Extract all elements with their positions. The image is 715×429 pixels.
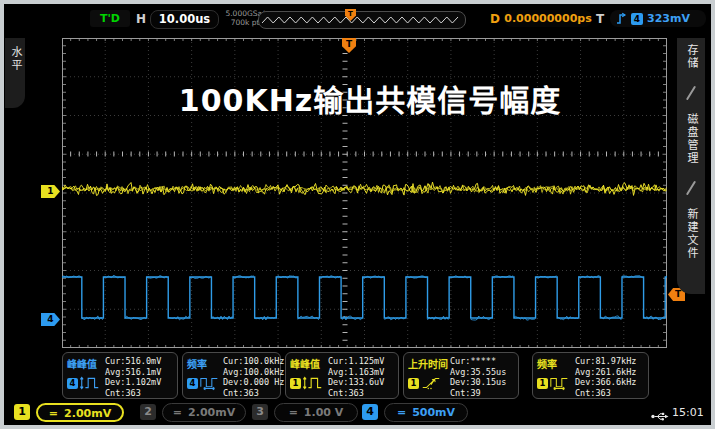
measurement-dev: Dev:1.102mV bbox=[105, 377, 175, 388]
trigger-settings-readout[interactable]: 4 323mV bbox=[610, 10, 706, 27]
horizontal-position-bar[interactable] bbox=[258, 11, 466, 29]
ch4-coupling: = bbox=[397, 406, 406, 419]
trigger-status-badge: T'D bbox=[90, 10, 130, 27]
vpp-glyph-icon bbox=[302, 375, 324, 391]
clock: 15:01 bbox=[672, 406, 704, 419]
menu-item-storage[interactable]: 存储 bbox=[683, 38, 699, 79]
trigger-level-value: 323mV bbox=[647, 12, 690, 25]
channel-badge: 4 bbox=[187, 378, 198, 389]
softkey-menu: 存储 磁盘管理 新建文件 bbox=[677, 38, 705, 294]
trigger-label: T bbox=[596, 12, 604, 26]
measurement-cur: Cur:81.97kHz bbox=[575, 356, 646, 367]
channel-badge: 1 bbox=[537, 378, 548, 389]
tab-horizontal-menu[interactable]: 水平 bbox=[5, 38, 25, 108]
usb-icon bbox=[651, 407, 669, 425]
ch3-scale-pill[interactable]: =1.00 V bbox=[274, 403, 358, 422]
ch1-ground-marker[interactable]: 1 bbox=[41, 185, 60, 198]
measurement-dev: Dev:0.000 Hz bbox=[223, 377, 284, 388]
menu-item-new-file[interactable]: 新建文件 bbox=[683, 202, 699, 269]
channel-badge: 4 bbox=[67, 378, 78, 389]
timebase-readout[interactable]: 10.00us bbox=[150, 10, 219, 29]
frequency-glyph-icon bbox=[549, 375, 571, 391]
measurement-cur: Cur:100.0kHz bbox=[223, 356, 284, 367]
measurement-label: 峰峰值 bbox=[67, 356, 97, 371]
menu-item-disk-management[interactable]: 磁盘管理 bbox=[683, 107, 699, 174]
ch4-badge[interactable]: 4 bbox=[362, 404, 378, 420]
delay-label: D bbox=[490, 12, 500, 26]
frequency-glyph-icon bbox=[199, 375, 221, 391]
menu-item-disk-management-label: 磁盘管理 bbox=[683, 113, 699, 165]
ch4-scale-pill[interactable]: =500mV bbox=[384, 403, 468, 422]
measurement-cur: Cur:516.0mV bbox=[105, 356, 175, 367]
measurement-label: 上升时间 bbox=[408, 356, 448, 371]
tab-horizontal-label: 水平 bbox=[7, 46, 23, 108]
ch1-scale: 2.00mV bbox=[64, 407, 111, 420]
vpp-glyph-icon bbox=[79, 375, 101, 391]
channel-badge: 1 bbox=[290, 378, 301, 389]
waveform-preview-icon bbox=[262, 15, 460, 25]
measurement-box-freq-ch4[interactable]: 频率 4 Cur:100.0kHz Avg:100.0kHz Dev:0.000… bbox=[182, 352, 281, 399]
channel-badge: 1 bbox=[408, 378, 419, 389]
measurement-label: 峰峰值 bbox=[290, 356, 320, 371]
oscilloscope-screen: T'D H 10.00us 5.000GSa/s 700k pts T D 0.… bbox=[4, 4, 711, 425]
measurement-label: 频率 bbox=[537, 356, 557, 371]
ch4-scale: 500mV bbox=[412, 406, 455, 419]
measurement-dev: Dev:30.15us bbox=[450, 377, 516, 388]
ch2-scale: 2.00mV bbox=[188, 406, 235, 419]
measurement-cnt: Cnt:363 bbox=[575, 388, 646, 399]
measurement-avg: Avg:261.6kHz bbox=[575, 367, 646, 378]
measurement-dev: Dev:366.6kHz bbox=[575, 377, 646, 388]
measurement-avg: Avg:516.1mV bbox=[105, 367, 175, 378]
menu-item-new-file-label: 新建文件 bbox=[683, 208, 699, 260]
measurement-label: 频率 bbox=[187, 356, 207, 371]
ch4-ground-marker[interactable]: 4 bbox=[41, 313, 60, 326]
measurement-cnt: Cnt:363 bbox=[105, 388, 175, 399]
delay-readout[interactable]: 0.00000000ps bbox=[504, 10, 592, 27]
measurement-avg: Avg:1.163mV bbox=[328, 367, 396, 378]
measurement-dev: Dev:133.6uV bbox=[328, 377, 396, 388]
ch2-badge[interactable]: 2 bbox=[140, 404, 156, 420]
measurement-cnt: Cnt:363 bbox=[328, 388, 396, 399]
rise-time-glyph-icon bbox=[420, 375, 442, 391]
horizontal-label: H bbox=[136, 12, 146, 26]
oscilloscope-frame: T'D H 10.00us 5.000GSa/s 700k pts T D 0.… bbox=[0, 0, 715, 429]
screen-annotation: 100KHz输出共模信号幅度 bbox=[154, 76, 586, 120]
measurement-cur: Cur:***** bbox=[450, 356, 516, 367]
menu-item-storage-label: 存储 bbox=[683, 44, 699, 70]
ch3-badge[interactable]: 3 bbox=[252, 404, 268, 420]
measurement-box-risetime-ch1[interactable]: 上升时间 1 Cur:***** Avg:35.55us Dev:30.15us… bbox=[403, 352, 519, 399]
rising-edge-icon bbox=[616, 12, 627, 25]
ch2-coupling: = bbox=[173, 406, 182, 419]
trigger-source-badge: 4 bbox=[631, 13, 643, 25]
ch1-scale-pill[interactable]: =2.00mV bbox=[36, 403, 124, 422]
measurement-cnt: Cnt:363 bbox=[223, 388, 284, 399]
measurement-cur: Cur:1.125mV bbox=[328, 356, 396, 367]
menu-divider bbox=[686, 181, 696, 196]
ch2-scale-pill[interactable]: =2.00mV bbox=[162, 403, 246, 422]
measurement-avg: Avg:35.55us bbox=[450, 367, 516, 378]
measurement-cnt: Cnt:39 bbox=[450, 388, 516, 399]
measurement-box-freq-ch1[interactable]: 频率 1 Cur:81.97kHz Avg:261.6kHz Dev:366.6… bbox=[532, 352, 649, 399]
ch3-scale: 1.00 V bbox=[304, 406, 343, 419]
ch1-badge[interactable]: 1 bbox=[14, 404, 30, 420]
measurement-avg: Avg:100.0kHz bbox=[223, 367, 284, 378]
ch1-coupling: = bbox=[49, 407, 58, 420]
measurement-box-vpp-ch4[interactable]: 峰峰值 4 Cur:516.0mV Avg:516.1mV Dev:1.102m… bbox=[62, 352, 178, 399]
ch3-coupling: = bbox=[289, 406, 298, 419]
measurement-box-vpp-ch1[interactable]: 峰峰值 1 Cur:1.125mV Avg:1.163mV Dev:133.6u… bbox=[285, 352, 399, 399]
menu-divider bbox=[686, 86, 696, 101]
